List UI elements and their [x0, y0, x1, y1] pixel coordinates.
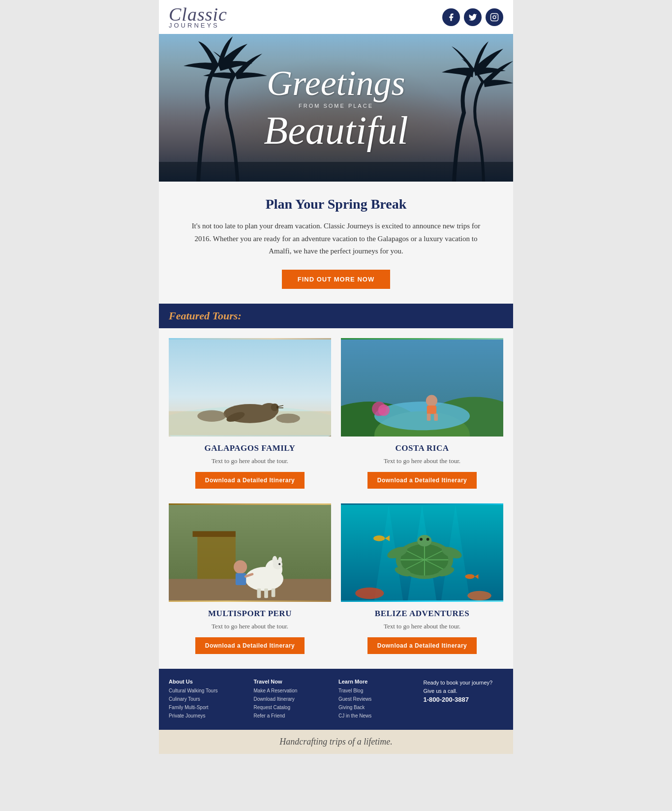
- tour-desc-costarica: Text to go here about the tour.: [341, 457, 503, 465]
- svg-rect-39: [272, 588, 275, 596]
- tour-image-galapagos: [169, 338, 331, 437]
- tour-name-galapagos: GALAPAGOS FAMILY: [169, 443, 331, 453]
- footer-link-news[interactable]: CJ in the News: [338, 712, 419, 720]
- tour-card-peru: MULTISPORT PERU Text to go here about th…: [169, 503, 331, 659]
- itinerary-button-peru[interactable]: Download a Detailed Itinerary: [195, 637, 305, 654]
- galapagos-svg: [169, 338, 331, 437]
- logo-sub: JOURNEYS: [169, 22, 219, 29]
- svg-point-64: [465, 574, 474, 579]
- instagram-icon[interactable]: [486, 8, 503, 26]
- svg-point-36: [278, 563, 280, 565]
- svg-point-48: [467, 591, 491, 600]
- footer-col-about: About Us Cultural Walking Tours Culinary…: [169, 679, 249, 720]
- tagline-text: Handcrafting trips of a lifetime.: [279, 737, 393, 747]
- logo-script: Classic: [169, 5, 227, 24]
- svg-point-10: [271, 404, 279, 411]
- hero-banner: Greetings FROM SOME PLACE Beautiful: [159, 34, 513, 182]
- svg-rect-41: [236, 573, 246, 585]
- footer-col-contact: Ready to book your journey? Give us a ca…: [424, 679, 504, 720]
- svg-point-34: [273, 556, 277, 563]
- tour-image-belize: [341, 503, 503, 602]
- footer-link-download[interactable]: Download Itinerary: [254, 695, 334, 703]
- tour-name-peru: MULTISPORT PERU: [169, 609, 331, 619]
- intro-title: Plan Your Spring Break: [188, 196, 484, 212]
- svg-rect-24: [427, 405, 436, 413]
- svg-point-35: [278, 557, 282, 563]
- footer-tagline: Handcrafting trips of a lifetime.: [159, 730, 513, 754]
- hero-text: Greetings FROM SOME PLACE Beautiful: [264, 65, 408, 150]
- peru-svg: [169, 503, 331, 602]
- footer-cta-text: Ready to book your journey? Give us a ca…: [424, 679, 504, 696]
- footer-col-learn: Learn More Travel Blog Guest Reviews Giv…: [338, 679, 419, 720]
- tour-desc-peru: Text to go here about the tour.: [169, 623, 331, 630]
- logo-area: Classic JOURNEYS: [169, 5, 227, 29]
- svg-point-1: [493, 16, 496, 19]
- svg-rect-4: [159, 162, 513, 182]
- tour-card-costarica: COSTA RICA Text to go here about the tou…: [341, 338, 503, 494]
- hero-from-label: FROM SOME PLACE: [264, 103, 408, 109]
- svg-point-14: [197, 410, 226, 421]
- header: Classic JOURNEYS: [159, 0, 513, 34]
- footer-travel-title: Travel Now: [254, 679, 334, 685]
- costarica-svg: [341, 338, 503, 437]
- featured-tours-title: Featured Tours:: [169, 310, 242, 322]
- itinerary-button-belize[interactable]: Download a Detailed Itinerary: [367, 637, 477, 654]
- itinerary-button-costarica[interactable]: Download a Detailed Itinerary: [367, 472, 477, 489]
- svg-rect-38: [264, 588, 268, 597]
- footer-col-travel: Travel Now Make A Reservation Download I…: [254, 679, 334, 720]
- svg-point-23: [426, 395, 437, 406]
- tour-card-galapagos: GALAPAGOS FAMILY Text to go here about t…: [169, 338, 331, 494]
- tour-name-costarica: COSTA RICA: [341, 443, 503, 453]
- find-out-more-button[interactable]: FIND OUT MORE NOW: [282, 270, 390, 289]
- social-icons: [442, 8, 503, 26]
- tour-desc-galapagos: Text to go here about the tour.: [169, 457, 331, 465]
- tour-desc-belize: Text to go here about the tour.: [341, 623, 503, 630]
- footer-link-refer[interactable]: Refer a Friend: [254, 712, 334, 720]
- footer-link-giving[interactable]: Giving Back: [338, 703, 419, 712]
- svg-rect-0: [491, 13, 498, 21]
- footer-about-title: About Us: [169, 679, 249, 685]
- footer-link-cultural[interactable]: Cultural Walking Tours: [169, 686, 249, 695]
- email-container: Classic JOURNEYS: [159, 0, 513, 754]
- intro-section: Plan Your Spring Break It's not too late…: [159, 182, 513, 304]
- tour-card-belize: BELIZE ADVENTURES Text to go here about …: [341, 503, 503, 659]
- tour-name-belize: BELIZE ADVENTURES: [341, 609, 503, 619]
- hero-greetings: Greetings: [264, 65, 408, 101]
- footer-link-catalog[interactable]: Request Catalog: [254, 703, 334, 712]
- svg-rect-26: [434, 413, 438, 421]
- tours-grid: GALAPAGOS FAMILY Text to go here about t…: [169, 338, 503, 659]
- svg-rect-25: [427, 413, 431, 421]
- tour-image-peru: [169, 503, 331, 602]
- belize-svg: [341, 503, 503, 602]
- svg-point-61: [427, 537, 429, 540]
- svg-point-60: [420, 537, 423, 540]
- footer-phone: 1-800-200-3887: [424, 696, 504, 703]
- footer-link-reviews[interactable]: Guest Reviews: [338, 695, 419, 703]
- svg-point-15: [276, 413, 300, 423]
- featured-tours-header: Featured Tours:: [159, 304, 513, 328]
- footer: About Us Cultural Walking Tours Culinary…: [159, 669, 513, 730]
- svg-rect-28: [197, 533, 236, 581]
- footer-link-reservation[interactable]: Make A Reservation: [254, 686, 334, 695]
- svg-point-55: [417, 535, 431, 546]
- svg-rect-37: [257, 588, 261, 597]
- footer-link-family[interactable]: Family Multi-Sport: [169, 703, 249, 712]
- twitter-icon[interactable]: [464, 8, 482, 26]
- intro-body: It's not too late to plan your dream vac…: [188, 220, 484, 258]
- svg-point-62: [373, 535, 385, 541]
- hero-beautiful: Beautiful: [264, 111, 408, 150]
- svg-point-47: [355, 587, 384, 598]
- itinerary-button-galapagos[interactable]: Download a Detailed Itinerary: [195, 472, 305, 489]
- svg-point-40: [234, 560, 247, 573]
- footer-inner: About Us Cultural Walking Tours Culinary…: [169, 679, 503, 720]
- footer-link-culinary[interactable]: Culinary Tours: [169, 695, 249, 703]
- svg-point-20: [374, 402, 470, 430]
- svg-point-2: [496, 15, 497, 16]
- tour-image-costarica: [341, 338, 503, 437]
- facebook-icon[interactable]: [442, 8, 460, 26]
- footer-link-private[interactable]: Private Journeys: [169, 712, 249, 720]
- svg-rect-29: [193, 531, 236, 537]
- footer-learn-title: Learn More: [338, 679, 419, 685]
- footer-link-blog[interactable]: Travel Blog: [338, 686, 419, 695]
- svg-point-22: [378, 404, 390, 415]
